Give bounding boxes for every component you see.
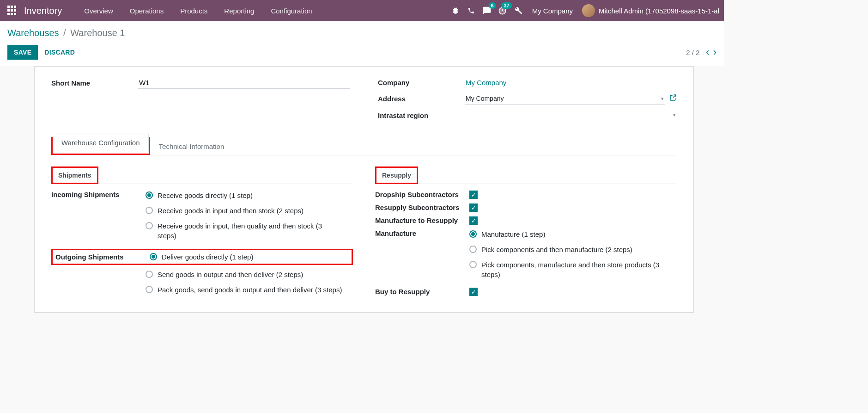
resupply-title: Resupply bbox=[377, 169, 416, 182]
avatar bbox=[582, 4, 595, 17]
chevron-down-icon: ▾ bbox=[673, 112, 676, 118]
nav-operations[interactable]: Operations bbox=[121, 1, 172, 20]
highlight-resupply-title: Resupply bbox=[375, 166, 418, 184]
pager-next-icon[interactable]: › bbox=[713, 46, 716, 58]
phone-icon[interactable] bbox=[467, 6, 476, 15]
short-name-input[interactable] bbox=[138, 77, 350, 89]
manuf-resupply-checkbox[interactable]: ✓ bbox=[469, 216, 478, 225]
buy-resupply-checkbox[interactable]: ✓ bbox=[469, 288, 478, 296]
pager-count[interactable]: 2 / 2 bbox=[686, 49, 699, 56]
radio-icon bbox=[469, 246, 477, 253]
manufacture-label: Manufacture bbox=[375, 229, 461, 279]
nav-configuration[interactable]: Configuration bbox=[262, 1, 320, 20]
intrastat-select[interactable]: ▾ bbox=[465, 109, 677, 121]
outgoing-shipments-label: Outgoing Shipments bbox=[55, 253, 141, 261]
incoming-opt-1[interactable]: Receive goods directly (1 step) bbox=[146, 191, 353, 200]
outgoing-opt-2[interactable]: Send goods in output and then deliver (2… bbox=[146, 270, 353, 279]
manuf-opt-2[interactable]: Pick components and then manufacture (2 … bbox=[469, 245, 677, 254]
discard-button[interactable]: DISCARD bbox=[38, 45, 81, 60]
highlight-tab-config: Warehouse Configuration bbox=[51, 137, 150, 155]
resupply-sub-label: Resupply Subcontractors bbox=[375, 203, 461, 212]
manuf-opt-1[interactable]: Manufacture (1 step) bbox=[469, 229, 677, 239]
activity-badge: 37 bbox=[501, 2, 511, 9]
manuf-resupply-label: Manufacture to Resupply bbox=[375, 216, 461, 225]
address-select[interactable]: My Company ▾ bbox=[465, 93, 665, 105]
radio-icon bbox=[146, 191, 153, 199]
incoming-opt-2[interactable]: Receive goods in input and then stock (2… bbox=[146, 206, 353, 216]
breadcrumb-sep: / bbox=[61, 28, 68, 38]
radio-icon bbox=[150, 253, 157, 260]
pager: 2 / 2 ‹ › bbox=[686, 46, 716, 58]
user-menu[interactable]: Mitchell Admin (17052098-saas-15-1-al bbox=[582, 4, 719, 17]
highlight-shipments-title: Shipments bbox=[51, 166, 98, 184]
nav-reporting[interactable]: Reporting bbox=[216, 1, 262, 20]
intrastat-label: Intrastat region bbox=[378, 111, 465, 119]
save-button[interactable]: SAVE bbox=[7, 45, 38, 60]
radio-icon bbox=[146, 207, 153, 214]
activity-icon[interactable]: 37 bbox=[498, 6, 507, 15]
messages-badge: 6 bbox=[489, 2, 496, 9]
company-value[interactable]: My Company bbox=[465, 77, 677, 88]
short-name-label: Short Name bbox=[51, 79, 138, 87]
breadcrumb-root[interactable]: Warehouses bbox=[7, 28, 59, 38]
tools-icon[interactable] bbox=[514, 6, 523, 15]
company-switcher[interactable]: My Company bbox=[529, 7, 576, 15]
apps-icon[interactable] bbox=[7, 6, 18, 16]
user-name: Mitchell Admin (17052098-saas-15-1-al bbox=[599, 7, 719, 15]
incoming-shipments-label: Incoming Shipments bbox=[51, 191, 137, 240]
address-label: Address bbox=[378, 95, 465, 103]
tabs: Warehouse Configuration Technical Inform… bbox=[51, 137, 677, 155]
incoming-opt-3[interactable]: Receive goods in input, then quality and… bbox=[146, 221, 353, 240]
company-label: Company bbox=[378, 79, 465, 86]
form-sheet: Short Name Company My Company Address My… bbox=[34, 66, 694, 313]
radio-icon bbox=[469, 230, 477, 238]
tab-technical-info[interactable]: Technical Information bbox=[150, 137, 233, 155]
breadcrumb-current: Warehouse 1 bbox=[70, 28, 125, 38]
dropship-label: Dropship Subcontractors bbox=[375, 191, 461, 199]
nav-right: 6 37 My Company Mitchell Admin (17052098… bbox=[451, 4, 719, 17]
radio-icon bbox=[146, 222, 153, 229]
outgoing-opt-3[interactable]: Pack goods, send goods in output and the… bbox=[146, 285, 353, 295]
resupply-sub-checkbox[interactable]: ✓ bbox=[469, 203, 478, 212]
main-navbar: Inventory Overview Operations Products R… bbox=[0, 0, 724, 21]
app-brand[interactable]: Inventory bbox=[24, 6, 62, 16]
external-link-icon[interactable] bbox=[669, 94, 677, 104]
messages-icon[interactable]: 6 bbox=[482, 6, 492, 15]
radio-icon bbox=[469, 261, 477, 268]
chevron-down-icon: ▾ bbox=[661, 96, 664, 102]
nav-products[interactable]: Products bbox=[172, 1, 216, 20]
nav-overview[interactable]: Overview bbox=[76, 1, 121, 20]
tab-warehouse-config[interactable]: Warehouse Configuration bbox=[53, 134, 149, 152]
breadcrumb: Warehouses / Warehouse 1 bbox=[7, 28, 716, 38]
highlight-outgoing-row: Outgoing Shipments Deliver goods directl… bbox=[51, 249, 353, 265]
radio-icon bbox=[146, 286, 153, 293]
address-value: My Company bbox=[466, 95, 504, 102]
buy-resupply-label: Buy to Resupply bbox=[375, 288, 461, 296]
pager-prev-icon[interactable]: ‹ bbox=[706, 46, 709, 58]
tab-content: Shipments Incoming Shipments Receive goo… bbox=[51, 155, 677, 303]
outgoing-opt-1[interactable]: Deliver goods directly (1 step) bbox=[150, 252, 253, 262]
control-panel: Warehouses / Warehouse 1 SAVE DISCARD 2 … bbox=[0, 21, 724, 66]
nav-menu: Overview Operations Products Reporting C… bbox=[76, 1, 320, 20]
shipments-title: Shipments bbox=[54, 169, 96, 182]
manuf-opt-3[interactable]: Pick components, manufacture and then st… bbox=[469, 260, 677, 279]
radio-icon bbox=[146, 271, 153, 278]
dropship-checkbox[interactable]: ✓ bbox=[469, 191, 478, 199]
bug-icon[interactable] bbox=[451, 6, 460, 15]
